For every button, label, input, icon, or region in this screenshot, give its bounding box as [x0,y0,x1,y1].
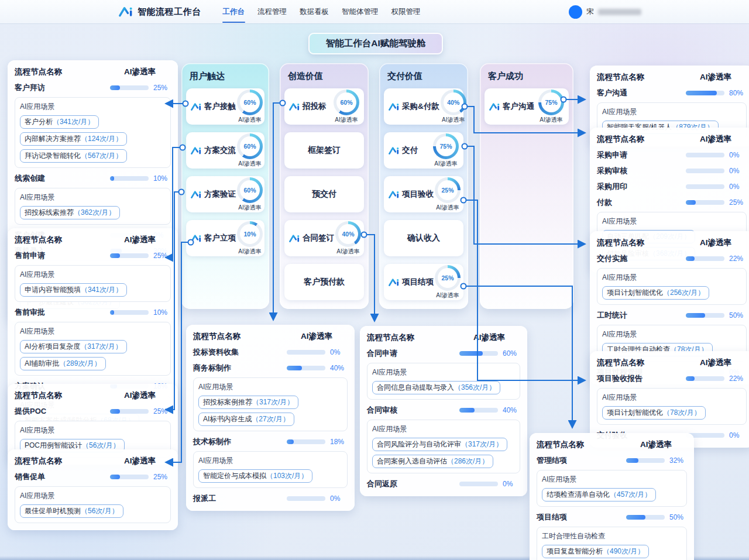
penetration-gauge: 25%AI渗透率 [435,177,461,212]
scene-tag-text: 内部解决方案推荐 [25,135,81,143]
gauge-ring: 25% [435,177,461,203]
penetration-bar: 32% [626,456,687,465]
nav-item-流程管理[interactable]: 流程管理 [251,0,293,25]
node-name-header: 流程节点名称 [597,72,644,83]
scene-tag[interactable]: 项目复盘智能分析（490次/月） [542,545,649,558]
scene-tag[interactable]: 智能定价与成本模拟（103次/月） [198,469,312,483]
bar-track [287,350,325,355]
scene-tag[interactable]: AI辅助审批（289次/月） [20,357,106,370]
ai-scene-tags: 智能定价与成本模拟（103次/月） [198,469,342,483]
process-row-线索创建: 线索创建10%AI应用场景招投标线索推荐（362次/月） [15,173,171,225]
node-预交付[interactable]: 预交付 [284,176,364,212]
scene-tag[interactable]: 客户分析（341次/月） [20,115,99,129]
penetration-bar: 0% [686,151,747,159]
node-方案验证[interactable]: 方案验证60%AI渗透率 [186,176,264,212]
node-采购&付款[interactable]: 采购&付款40%AI渗透率 [384,88,463,125]
penetration-header: AI渗透率 [700,238,731,248]
nav-item-智能体管理[interactable]: 智能体管理 [335,0,385,25]
node-确认收入[interactable]: 确认收入 [384,220,463,256]
penetration-bar: 10% [110,308,171,317]
user-avatar[interactable] [569,5,582,19]
ai-node-icon [389,278,400,287]
scene-tag[interactable]: 拜访记录智能转化（567次/月） [20,149,127,163]
process-node-name: 项目结项 [537,512,567,523]
process-row-销售促单: 销售促单25%AI应用场景最佳促单时机预测（56次/月） [15,472,171,523]
process-row-售前审批: 售前审批10%AI应用场景AI分析项目复杂度（317次/月）AI辅助审批（289… [15,307,171,376]
penetration-value: 10% [153,174,171,183]
penetration-bar: 0% [459,480,520,488]
gauge-label: AI渗透率 [335,116,358,124]
gauge-value: 75% [439,143,452,150]
node-方案交流[interactable]: 方案交流60%AI渗透率 [186,132,264,169]
user-account[interactable]: 宋 [569,0,641,23]
gauge-value: 40% [342,231,354,238]
app-logo[interactable]: 智能流程工作台 [119,6,201,18]
nav-item-数据看板[interactable]: 数据看板 [293,0,335,25]
node-客户预付款[interactable]: 客户预付款 [284,264,364,300]
scene-tag-text: 智能定价与成本模拟 [203,472,266,480]
ai-node-icon [389,190,400,199]
bar-fill [686,256,695,261]
bar-fill [686,91,717,95]
stage-title: 交付价值 [379,63,468,85]
ai-node-icon [389,146,400,155]
scene-tag-text: 拜访记录智能转化 [25,152,81,160]
scene-tag[interactable]: AI标书内容生成（27次/月） [198,413,294,426]
process-row-报派工: 报派工0% [193,493,348,504]
penetration-value: 0% [330,494,348,503]
scene-tag[interactable]: 项目计划智能优化（78次/月） [602,406,706,420]
ai-scene-box: AI应用场景招投标线索推荐（362次/月） [15,188,171,225]
scene-tag[interactable]: 项目计划智能优化（256次/月） [602,286,709,300]
scene-tag[interactable]: 招投标案例推荐（317次/月） [198,396,298,409]
node-合同签订[interactable]: 合同签订40%AI渗透率 [284,220,364,256]
node-招投标[interactable]: 招投标60%AI渗透率 [284,88,364,125]
node-项目结项[interactable]: 项目结项25%AI渗透率 [384,264,463,300]
process-node-name: 项目验收报告 [597,373,643,384]
node-left: 方案交流 [191,145,236,156]
penetration-value: 80% [729,89,747,97]
scene-tag-text: 项目复盘智能分析 [547,547,603,555]
penetration-gauge: 40%AI渗透率 [335,221,361,256]
scene-tag-count: （490次/月） [603,547,644,555]
scene-tag-count: （286次/月） [447,457,489,465]
node-name-header: 流程节点名称 [15,67,62,77]
stage-title: 客户成功 [480,63,573,85]
process-row-top: 合同审核40% [367,405,520,415]
scene-tag-text: 客户分析 [25,118,53,126]
node-项目验收[interactable]: 项目验收25%AI渗透率 [384,176,463,212]
node-交付[interactable]: 交付75%AI渗透率 [384,132,463,169]
scene-tag[interactable]: 招投标线索推荐（362次/月） [20,206,120,219]
scene-tag[interactable]: 申请内容智能预填（341次/月） [20,283,127,297]
scene-tag[interactable]: AI分析项目复杂度（317次/月） [20,340,127,353]
scene-tag[interactable]: 内部解决方案推荐（124次/月） [20,132,127,146]
detail-card-header: 流程节点名称AI渗透率 [597,134,747,145]
node-框架签订[interactable]: 框架签订 [284,132,364,169]
node-客户沟通[interactable]: 客户沟通75%AI渗透率 [485,88,569,125]
nav-item-权限管理[interactable]: 权限管理 [385,0,427,25]
node-客户立项[interactable]: 客户立项10%AI渗透率 [186,220,264,256]
scene-tag[interactable]: 最佳促单时机预测（56次/月） [20,504,123,518]
scene-tag-count: （27次/月） [252,415,290,423]
detail-card-header: 流程节点名称AI渗透率 [597,238,747,248]
ai-scene-label: AI应用场景 [198,456,342,466]
scene-tag[interactable]: 合同案例入选自动评估（286次/月） [372,455,493,468]
stage-touch: 用户触达客户接触60%AI渗透率方案交流60%AI渗透率方案验证60%AI渗透率… [181,63,269,309]
node-name: 招投标 [303,101,327,112]
scene-tag[interactable]: 合同风险评分与自动化评审（317次/月） [372,438,507,451]
bar-track [110,176,149,181]
node-客户接触[interactable]: 客户接触60%AI渗透率 [186,88,264,125]
process-node-name: 客户拜访 [15,83,45,93]
bar-track [686,376,724,381]
process-row-采购申请: 采购申请0% [597,150,747,160]
scene-tag[interactable]: 合同信息自动提取与录入（356次/月） [372,381,500,394]
ai-scene-label: AI应用场景 [542,475,682,485]
process-row-top: 付款25% [597,197,747,208]
scene-tag[interactable]: 结项检查清单自动化（457次/月） [542,488,656,501]
ai-node-icon [191,234,202,243]
process-node-name: 管理结项 [537,455,567,466]
process-row-top: 销售促单25% [15,472,171,482]
node-name: 交付 [402,145,418,156]
process-node-name: 商务标制作 [193,363,231,373]
gauge-label: AI渗透率 [436,291,459,300]
nav-item-工作台[interactable]: 工作台 [217,0,252,25]
